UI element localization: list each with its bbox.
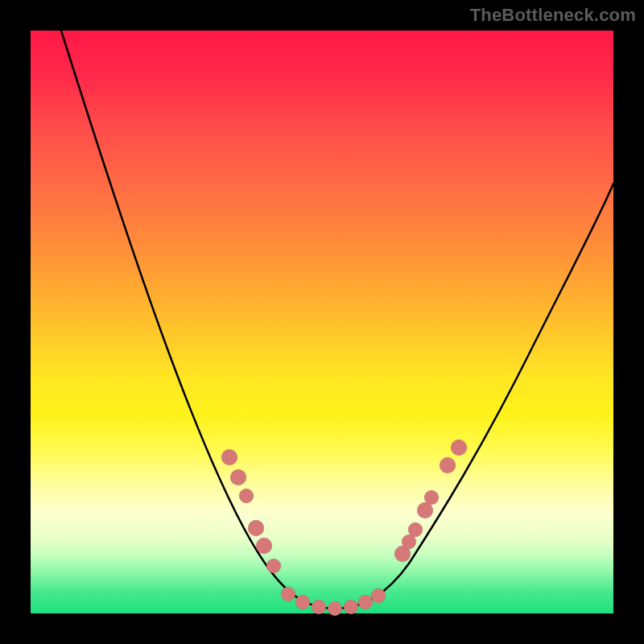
bottleneck-curve <box>61 31 613 609</box>
data-point <box>371 588 386 603</box>
data-point <box>358 595 373 609</box>
data-point <box>344 600 358 614</box>
data-point <box>248 520 264 536</box>
data-point <box>424 490 439 505</box>
chart-svg <box>31 31 613 613</box>
data-point <box>256 538 272 554</box>
data-point <box>239 489 254 503</box>
watermark-text: TheBottleneck.com <box>470 5 636 26</box>
data-point <box>408 522 423 537</box>
data-point <box>230 469 246 485</box>
data-point <box>266 559 281 573</box>
chart-frame: TheBottleneck.com <box>0 0 644 644</box>
data-point <box>221 449 237 465</box>
plot-area <box>31 31 613 613</box>
data-point <box>328 601 342 616</box>
data-point <box>440 457 456 473</box>
data-point <box>295 595 310 609</box>
marker-group <box>221 440 467 616</box>
data-point <box>312 600 326 614</box>
data-point <box>451 440 467 456</box>
data-point <box>281 587 295 601</box>
